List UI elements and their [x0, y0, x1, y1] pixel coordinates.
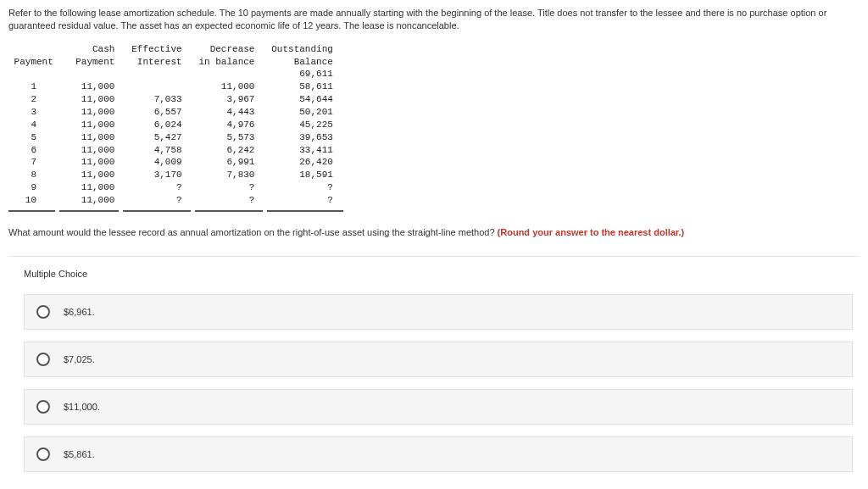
table-underline — [8, 210, 348, 212]
question-body: What amount would the lessee record as a… — [8, 227, 498, 237]
question-round-hint: (Round your answer to the nearest dollar… — [498, 227, 685, 237]
choice-option[interactable]: $6,961. — [24, 294, 853, 330]
radio-icon[interactable] — [36, 305, 50, 319]
choice-option[interactable]: $5,861. — [24, 436, 853, 472]
choice-text: $6,961. — [64, 307, 95, 317]
radio-icon[interactable] — [36, 353, 50, 366]
choice-text: $11,000. — [64, 402, 100, 412]
choice-option[interactable]: $11,000. — [24, 389, 853, 425]
multiple-choice-label: Multiple Choice — [24, 269, 853, 279]
radio-icon[interactable] — [36, 447, 50, 461]
multiple-choice-section: Multiple Choice $6,961. $7,025. $11,000.… — [8, 256, 860, 472]
question-text: What amount would the lessee record as a… — [8, 227, 860, 237]
choice-option[interactable]: $7,025. — [24, 342, 853, 377]
radio-icon[interactable] — [36, 400, 50, 414]
choice-text: $7,025. — [64, 354, 95, 364]
choice-text: $5,861. — [64, 449, 95, 459]
amortization-schedule: Cash Effective Decrease Outstanding Paym… — [8, 43, 860, 207]
intro-text: Refer to the following lease amortizatio… — [8, 7, 860, 33]
